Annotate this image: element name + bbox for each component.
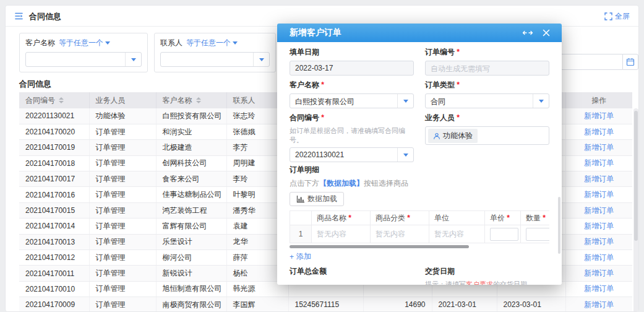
staff-field[interactable]: 功能体验: [425, 126, 549, 145]
product-category-cell[interactable]: 暂无内容: [371, 225, 429, 243]
staff-cell: 订单管理: [89, 187, 156, 202]
modal-scrollbar[interactable]: [558, 197, 560, 254]
row-index-cell: 1: [290, 225, 312, 243]
expand-modal-button[interactable]: [521, 26, 535, 40]
sort-icon[interactable]: [196, 97, 201, 103]
customer-cell: 和润实业: [156, 124, 226, 139]
customer-cell: 新锐设计: [156, 266, 226, 281]
add-order-link[interactable]: 新增订单: [584, 253, 614, 262]
detail-table-horizontal-scrollbar[interactable]: [290, 245, 549, 248]
add-order-link[interactable]: 新增订单: [584, 128, 614, 136]
customer-cell: 乐堡设计: [156, 234, 226, 249]
filter-label: 联系人: [160, 38, 182, 48]
contract-no-select[interactable]: 202201130021: [290, 147, 414, 162]
person-icon: [433, 132, 440, 140]
product-name-cell[interactable]: 暂无内容: [312, 225, 371, 243]
contact-cell: 李国辉: [226, 297, 288, 312]
table-vertical-scrollbar[interactable]: [633, 108, 638, 312]
contact-filter-select[interactable]: [160, 52, 270, 67]
modal-body: 填单日期 2022-03-17 订单编号 自动生成无需填写 客户名称 白熙投资有…: [277, 42, 562, 285]
chevron-down-icon: [403, 154, 408, 157]
chevron-down-icon: [403, 100, 408, 103]
action-cell: 新增订单: [565, 250, 632, 266]
add-order-link[interactable]: 新增订单: [584, 284, 614, 293]
contract-no-cell: 202104170018: [19, 155, 89, 171]
quantity-input[interactable]: [526, 228, 549, 241]
add-order-link[interactable]: 新增订单: [584, 300, 614, 309]
filter-label: 客户名称: [25, 38, 55, 48]
unit-price-input[interactable]: [490, 228, 518, 241]
sort-icon[interactable]: [59, 97, 64, 103]
staff-cell: 订单管理: [89, 202, 156, 218]
amount-cell: 14690: [363, 297, 432, 312]
action-cell: 新增订单: [565, 266, 632, 281]
staff-cell: 订单管理: [89, 234, 156, 249]
calendar-icon: [626, 58, 635, 66]
filter-group-customer: 客户名称 等于任意一个: [19, 33, 148, 72]
date-picker-button[interactable]: [622, 54, 638, 70]
staff-tag[interactable]: 功能体验: [428, 129, 478, 143]
add-order-link[interactable]: 新增订单: [584, 111, 614, 120]
end-date-cell: 2023-03-01: [497, 297, 565, 312]
page-title: 合同信息: [29, 11, 61, 22]
detail-column-header: 数量: [521, 211, 550, 225]
column-header[interactable]: 合同编号: [19, 92, 89, 108]
action-cell: 新增订单: [565, 187, 632, 202]
staff-cell: 订单管理: [89, 297, 156, 312]
data-load-button[interactable]: 数据加载: [290, 192, 344, 206]
add-row-link[interactable]: +添加: [290, 251, 311, 262]
column-header: 业务人员: [89, 92, 156, 108]
action-cell: 新增订单: [565, 155, 632, 171]
page: 合同信息 全屏 客户名称 等于任意一个 联系人 等: [0, 0, 644, 312]
order-type-select[interactable]: 合同: [425, 93, 549, 108]
contract-no-label: 合同编号: [290, 113, 414, 123]
customer-name-label: 客户名称: [290, 80, 414, 90]
add-order-link[interactable]: 新增订单: [584, 175, 614, 183]
column-header[interactable]: 客户名称: [156, 92, 226, 108]
staff-cell: 订单管理: [89, 155, 156, 171]
close-icon: [543, 29, 550, 37]
filter-operator-dropdown[interactable]: 等于任意一个: [59, 38, 110, 48]
close-modal-button[interactable]: [539, 26, 553, 40]
add-order-link[interactable]: 新增订单: [584, 206, 614, 215]
chevron-down-icon: [259, 58, 264, 61]
unit-cell[interactable]: 暂无内容: [429, 225, 485, 243]
customer-cell: 旭恒制造有限公司: [156, 281, 226, 297]
order-type-label: 订单类型: [425, 80, 549, 90]
bar-chart-icon: [296, 195, 304, 203]
filter-group-contact: 联系人 等于任意一个: [154, 33, 276, 72]
chevron-down-icon: [539, 100, 544, 103]
action-cell: 新增订单: [565, 124, 632, 139]
unit-price-cell: [485, 225, 521, 243]
customer-cell: 柳河公司: [156, 250, 226, 266]
add-order-link[interactable]: 新增订单: [584, 143, 614, 152]
detail-table: 商品名称商品分类单位单价数量 1 暂无内容 暂无内容 暂无内容: [290, 210, 549, 243]
modal-title: 新增客户订单: [290, 27, 516, 38]
start-date-cell: 2021-03-01: [432, 297, 497, 312]
add-order-link[interactable]: 新增订单: [584, 222, 614, 230]
fullscreen-button[interactable]: 全屏: [604, 11, 630, 22]
delivery-date-hint: 提示：请填写客户要求的交货日期。: [425, 280, 549, 285]
date-filter-input[interactable]: [559, 54, 622, 70]
contract-no-cell: 202104170017: [19, 171, 89, 187]
contract-no-cell: 202104170016: [19, 187, 89, 202]
plus-icon: +: [290, 253, 294, 261]
add-order-link[interactable]: 新增订单: [584, 237, 614, 246]
customer-name-select[interactable]: 白熙投资有限公司: [290, 93, 414, 108]
contract-no-cell: 202104170015: [19, 202, 89, 218]
customer-filter-select[interactable]: [25, 52, 142, 67]
filter-operator-dropdown[interactable]: 等于任意一个: [186, 38, 238, 48]
action-cell: 新增订单: [565, 202, 632, 218]
detail-table-row: 1 暂无内容 暂无内容 暂无内容: [290, 225, 550, 243]
add-order-link[interactable]: 新增订单: [584, 190, 614, 199]
detail-column-header: 商品名称: [312, 211, 371, 225]
contract-no-cell: 202104170020: [19, 124, 89, 139]
contract-no-cell: 202104170009: [19, 297, 89, 312]
action-cell: 新增订单: [565, 171, 632, 187]
chevron-down-icon: [105, 41, 110, 45]
add-order-link[interactable]: 新增订单: [584, 158, 614, 167]
action-cell: 新增订单: [565, 108, 632, 124]
add-order-link[interactable]: 新增订单: [584, 269, 614, 277]
collapse-menu-icon[interactable]: [14, 12, 24, 20]
customer-cell: 创网科技公司: [156, 155, 226, 171]
